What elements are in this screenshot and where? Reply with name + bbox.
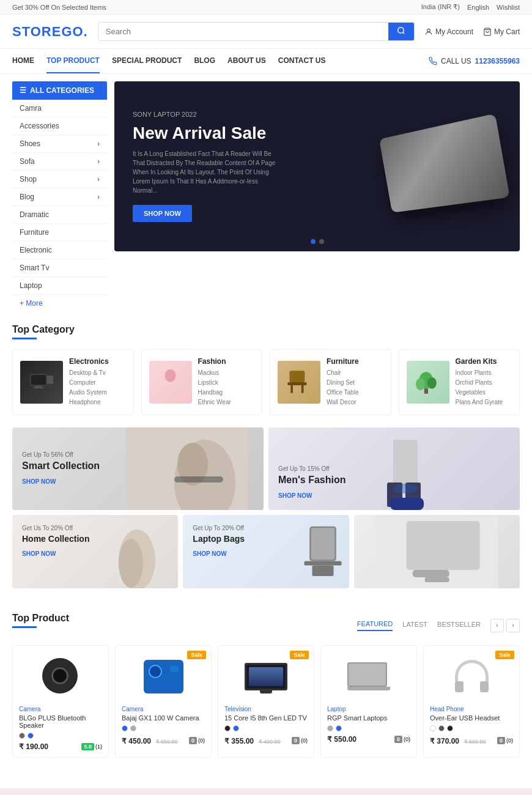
home-collection-banner[interactable]: Get Us To 20% Off Home Collection SHOP N… [12,515,178,588]
category-fashion[interactable]: Fashion MackusLipstickHandbagEthnic Wear [141,349,263,415]
product-card-1[interactable]: Camera BLGo PLUS Bluetooth Speaker ₹ 190… [12,645,109,758]
product-card-5[interactable]: Sale Head Phone Over-Ear USB Headset [423,645,520,758]
sidebar-item-furniture[interactable]: Furniture [12,224,107,242]
tab-bestseller[interactable]: BESTSELLER [437,621,481,630]
product-card-2[interactable]: Sale Camera Bajaj GX1 100 W Camera ₹ 450… [115,645,212,758]
sidebar-item-dramatic[interactable]: Dramatic [12,206,107,224]
product-price-2: ₹ 450.00 [122,737,151,745]
color-dot[interactable] [19,733,25,739]
dot-2[interactable] [319,239,324,244]
sidebar-item-sofa[interactable]: Sofa› [12,153,107,171]
nav-home[interactable]: HOME [12,49,34,73]
mens-fashion-banner[interactable]: Get Up To 15% Off Men's Fashion SHOP NOW [268,427,520,510]
product-card-3[interactable]: Sale Television 15 Core I5 8th Gen LED T… [218,645,314,758]
prev-arrow[interactable]: ‹ [490,619,504,632]
color-dot[interactable] [327,725,333,731]
sale-badge-2: Sale [187,651,206,659]
category-electronics[interactable]: Electronics Desktop & TvComputerAudio Sy… [12,349,134,415]
review-count-5: (0) [506,738,513,744]
product-rating-2: 0 (0) [189,737,205,744]
mens-banner-image [369,427,520,510]
color-dot[interactable] [336,725,342,731]
tab-featured[interactable]: FEATURED [357,620,393,631]
mens-shop-now[interactable]: SHOP NOW [278,492,312,499]
headphone-icon [452,660,492,693]
home-shop-now[interactable]: SHOP NOW [22,550,56,557]
nav-about[interactable]: ABOUT US [227,49,266,73]
color-dot[interactable] [430,725,436,731]
product-rating-4: 0 (0) [394,736,410,743]
color-dot[interactable] [122,725,128,731]
product-price-5: ₹ 370.00 [430,737,459,745]
camera-icon [42,658,79,695]
header-actions: My Account My Cart [424,28,520,36]
sidebar-item-blog[interactable]: Blog› [12,188,107,206]
svg-point-0 [398,28,404,33]
color-dot[interactable] [28,733,34,739]
product-card-4[interactable]: Laptop RGP Smart Laptops ₹ 550.00 0 (0) [320,645,417,758]
sale-badge-5: Sale [495,651,514,659]
sidebar-item-accessories[interactable]: Accessories [12,117,107,135]
sidebar: ☰ ALL CATEGORIES Camra Accessories Shoes… [12,81,107,312]
header: STOREGO. My Account My Cart [0,15,532,49]
rating-badge-2: 0 [189,737,197,744]
sidebar-more[interactable]: + More [12,295,107,312]
language-selector[interactable]: English [467,4,489,11]
nav-contact[interactable]: CONTACT US [278,49,326,73]
smart-shop-now[interactable]: SHOP NOW [22,478,56,485]
smart-collection-banner[interactable]: Get Up To 56% Off Smart Collection SHOP … [12,427,264,510]
category-garden[interactable]: Garden Kits Indoor PlantsOrchid PlantsVe… [399,349,520,415]
color-dots-2 [122,725,205,731]
next-arrow[interactable]: › [506,619,520,632]
sidebar-item-smarttv[interactable]: Smart Tv [12,259,107,277]
garden-items: Indoor PlantsOrchid PlantsVegetablesPlan… [456,368,503,407]
logo[interactable]: STOREGO. [12,24,88,40]
laptop-shop-now[interactable]: SHOP NOW [193,550,226,557]
top-category-section: Top Category Electronics Desktop & TvCom… [0,312,532,427]
sidebar-item-electronic[interactable]: Electronic [12,242,107,259]
color-dot[interactable] [447,725,453,731]
color-dot[interactable] [130,725,136,731]
all-categories-button[interactable]: ☰ ALL CATEGORIES [12,81,107,100]
price-group-3: ₹ 355.00 ₹ 400.00 [224,735,281,746]
product-category-4: Laptop [327,706,410,712]
smart-banner-text: Get Up To 56% Off Smart Collection SHOP … [12,442,109,496]
product-rating-3: 0 (0) [292,737,308,744]
region-selector[interactable]: India (INR ₹) [421,3,460,11]
svg-rect-12 [290,385,293,393]
polaroid-icon [144,660,183,693]
svg-rect-21 [174,476,223,483]
wishlist-link[interactable]: Wishlist [497,4,520,11]
nav-top-product[interactable]: TOP PRODUCT [46,49,100,73]
my-cart-button[interactable]: My Cart [483,28,520,36]
hero-description: It Is A Long Established Fact That A Rea… [133,149,279,195]
my-account-button[interactable]: My Account [424,28,473,36]
color-dots-4 [327,725,410,731]
category-furniture[interactable]: Furniture ChairDining SetOffice TableWal… [270,349,391,415]
fashion-image [149,361,192,404]
sidebar-item-laptop[interactable]: Laptop [12,277,107,295]
search-button[interactable] [388,23,414,40]
sidebar-item-shop[interactable]: Shop› [12,171,107,188]
sidebar-item-shoes[interactable]: Shoes› [12,135,107,153]
laptop-bags-banner[interactable]: Get Up To 20% Off Laptop Bags SHOP NOW [183,515,349,588]
banners-section: Get Up To 56% Off Smart Collection SHOP … [0,427,532,601]
nav-blog[interactable]: BLOG [194,49,215,73]
search-input[interactable] [98,23,388,40]
sidebar-item-camera[interactable]: Camra [12,100,107,117]
color-dot[interactable] [224,725,231,731]
all-categories-label: ALL CATEGORIES [30,86,94,95]
top-product-section: Top Product FEATURED LATEST BESTSELLER ‹… [0,601,532,770]
dot-1[interactable] [311,239,316,244]
laptop-icon [347,662,390,690]
color-dot[interactable] [438,725,445,731]
nav-special-product[interactable]: SPECIAL PRODUCT [112,49,182,73]
svg-rect-4 [31,375,46,385]
chevron-icon: › [97,157,100,166]
hero-shop-now-button[interactable]: SHOP NOW [133,205,192,222]
svg-rect-27 [390,498,424,510]
mens-title: Men's Fashion [278,475,345,486]
tab-latest[interactable]: LATEST [402,621,427,630]
banners-row-2: Get Us To 20% Off Home Collection SHOP N… [12,515,520,588]
color-dot[interactable] [233,725,239,731]
